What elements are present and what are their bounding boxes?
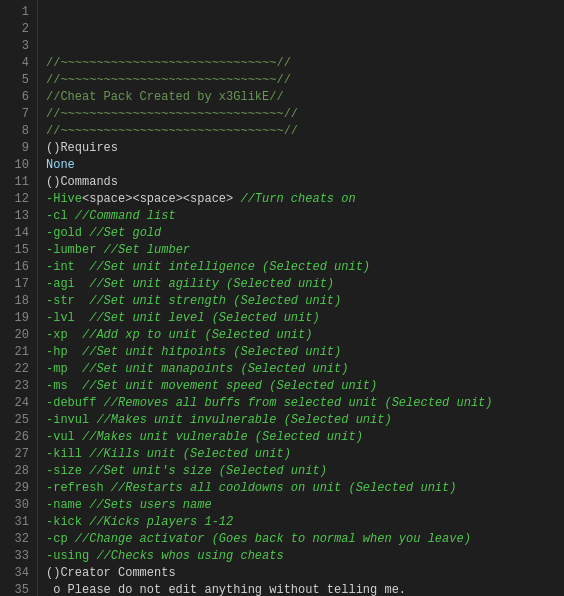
line-number-8: 8 (4, 123, 29, 140)
line-number-24: 24 (4, 395, 29, 412)
command-token: -lumber (46, 243, 96, 257)
line-number-6: 6 (4, 89, 29, 106)
line-number-32: 32 (4, 531, 29, 548)
code-line-13: -int //Set unit intelligence (Selected u… (46, 259, 556, 276)
command-token: -kick (46, 515, 82, 529)
italic-comment: //Set unit strength (Selected unit) (75, 294, 341, 308)
italic-comment: //Set unit manapoints (Selected unit) (68, 362, 349, 376)
code-line-6: ()Requires (46, 140, 556, 157)
line-number-23: 23 (4, 378, 29, 395)
code-line-19: -mp //Set unit manapoints (Selected unit… (46, 361, 556, 378)
code-line-32: o Please do not edit anything without te… (46, 582, 556, 596)
command-token: -kill (46, 447, 82, 461)
code-line-28: -kick //Kicks players 1-12 (46, 514, 556, 531)
line-number-9: 9 (4, 140, 29, 157)
comment-text: //~~~~~~~~~~~~~~~~~~~~~~~~~~~~~~// (46, 73, 291, 87)
code-line-3: //Cheat Pack Created by x3GlikE// (46, 89, 556, 106)
code-line-9: -Hive<space><space><space> //Turn cheats… (46, 191, 556, 208)
command-token: -hp (46, 345, 68, 359)
line-number-13: 13 (4, 208, 29, 225)
code-line-21: -debuff //Removes all buffs from selecte… (46, 395, 556, 412)
code-line-16: -lvl //Set unit level (Selected unit) (46, 310, 556, 327)
code-line-18: -hp //Set unit hitpoints (Selected unit) (46, 344, 556, 361)
comment-text: //Cheat Pack Created by x3GlikE// (46, 90, 284, 104)
italic-comment: //Command list (68, 209, 176, 223)
italic-comment: //Change activator (Goes back to normal … (68, 532, 471, 546)
code-line-12: -lumber //Set lumber (46, 242, 556, 259)
command-token: -int (46, 260, 75, 274)
command-token: -cl (46, 209, 68, 223)
italic-comment: //Checks whos using cheats (89, 549, 283, 563)
line-number-30: 30 (4, 497, 29, 514)
command-token: -cp (46, 532, 68, 546)
line-number-3: 3 (4, 38, 29, 55)
italic-comment: //Kills unit (Selected unit) (82, 447, 291, 461)
italic-comment: //Set unit movement speed (Selected unit… (68, 379, 378, 393)
italic-comment: //Set gold (82, 226, 161, 240)
line-number-4: 4 (4, 55, 29, 72)
italic-comment: //Add xp to unit (Selected unit) (68, 328, 313, 342)
code-line-5: //~~~~~~~~~~~~~~~~~~~~~~~~~~~~~~~// (46, 123, 556, 140)
command-token: -gold (46, 226, 82, 240)
line-number-28: 28 (4, 463, 29, 480)
italic-comment: //Restarts all cooldowns on unit (Select… (104, 481, 457, 495)
code-container: 1234567891011121314151617181920212223242… (0, 0, 564, 596)
italic-comment: //Set unit agility (Selected unit) (75, 277, 334, 291)
code-line-4: //~~~~~~~~~~~~~~~~~~~~~~~~~~~~~~~// (46, 106, 556, 123)
line-number-2: 2 (4, 21, 29, 38)
line-number-17: 17 (4, 276, 29, 293)
command-token: -vul (46, 430, 75, 444)
line-number-29: 29 (4, 480, 29, 497)
line-number-33: 33 (4, 548, 29, 565)
code-area[interactable]: //~~~~~~~~~~~~~~~~~~~~~~~~~~~~~~////~~~~… (38, 0, 564, 596)
code-line-23: -vul //Makes unit vulnerable (Selected u… (46, 429, 556, 446)
line-number-19: 19 (4, 310, 29, 327)
line-number-11: 11 (4, 174, 29, 191)
line-number-26: 26 (4, 429, 29, 446)
code-line-24: -kill //Kills unit (Selected unit) (46, 446, 556, 463)
comment-text: //~~~~~~~~~~~~~~~~~~~~~~~~~~~~~~~// (46, 124, 298, 138)
command-token: -agi (46, 277, 75, 291)
code-line-25: -size //Set unit's size (Selected unit) (46, 463, 556, 480)
code-line-8: ()Commands (46, 174, 556, 191)
line-number-34: 34 (4, 565, 29, 582)
code-line-27: -name //Sets users name (46, 497, 556, 514)
command-token: -mp (46, 362, 68, 376)
italic-comment: //Turn cheats on (240, 192, 355, 206)
command-token: -name (46, 498, 82, 512)
line-number-20: 20 (4, 327, 29, 344)
line-number-15: 15 (4, 242, 29, 259)
line-number-27: 27 (4, 446, 29, 463)
code-line-11: -gold //Set gold (46, 225, 556, 242)
command-token: -size (46, 464, 82, 478)
line-number-7: 7 (4, 106, 29, 123)
paren-token: () (46, 175, 60, 189)
code-line-20: -ms //Set unit movement speed (Selected … (46, 378, 556, 395)
command-token: -ms (46, 379, 68, 393)
command-token: -invul (46, 413, 89, 427)
command-token: -Hive (46, 192, 82, 206)
code-line-22: -invul //Makes unit invulnerable (Select… (46, 412, 556, 429)
italic-comment: //Makes unit invulnerable (Selected unit… (89, 413, 391, 427)
paren-token: () (46, 141, 60, 155)
line-number-31: 31 (4, 514, 29, 531)
line-number-35: 35 (4, 582, 29, 596)
line-number-21: 21 (4, 344, 29, 361)
paren-token: () (46, 566, 60, 580)
none-token: None (46, 158, 75, 172)
line-number-5: 5 (4, 72, 29, 89)
line-number-1: 1 (4, 4, 29, 21)
italic-comment: //Set unit hitpoints (Selected unit) (68, 345, 342, 359)
command-token: -xp (46, 328, 68, 342)
comment-text: //~~~~~~~~~~~~~~~~~~~~~~~~~~~~~~// (46, 56, 291, 70)
code-line-17: -xp //Add xp to unit (Selected unit) (46, 327, 556, 344)
italic-comment: //Set unit level (Selected unit) (75, 311, 320, 325)
line-number-14: 14 (4, 225, 29, 242)
command-token: -using (46, 549, 89, 563)
italic-comment: //Removes all buffs from selected unit (… (96, 396, 492, 410)
plain-text: <space><space><space> (82, 192, 240, 206)
code-line-15: -str //Set unit strength (Selected unit) (46, 293, 556, 310)
code-line-7: None (46, 157, 556, 174)
line-number-10: 10 (4, 157, 29, 174)
code-line-26: -refresh //Restarts all cooldowns on uni… (46, 480, 556, 497)
